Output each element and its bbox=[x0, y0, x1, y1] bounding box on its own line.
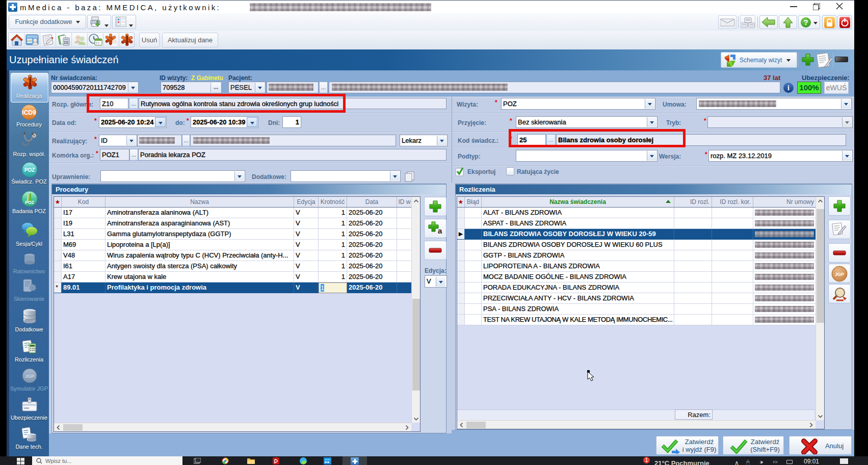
svg-text:POZ: POZ bbox=[24, 167, 35, 173]
svg-text:ICD9: ICD9 bbox=[22, 109, 36, 116]
svg-text:a: a bbox=[438, 226, 442, 235]
svg-text:JGP: JGP bbox=[25, 374, 34, 379]
svg-text:POZ: POZ bbox=[25, 200, 34, 205]
svg-text:?: ? bbox=[803, 18, 808, 27]
svg-text:i: i bbox=[787, 84, 790, 92]
svg-text:JGP: JGP bbox=[835, 272, 844, 277]
